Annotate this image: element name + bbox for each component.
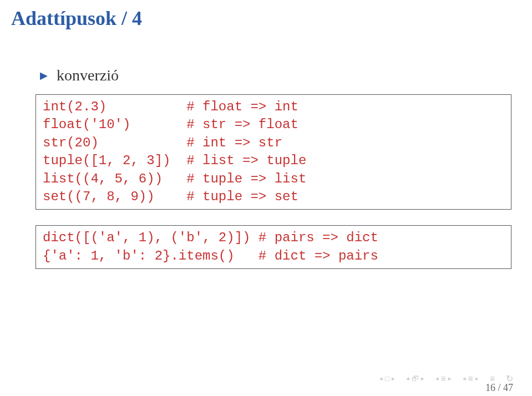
nav-prev-icon: ◂ <box>463 375 466 382</box>
slide: Adattípusok / 4 ▶ konverzió int(2.3) # f… <box>0 0 532 396</box>
nav-prev-icon: ◂ <box>379 375 383 382</box>
nav-prev-icon: ◂ <box>435 375 439 382</box>
bullet-text: konverzió <box>57 67 119 84</box>
nav-subsection[interactable]: ◂ ≡ ▸ <box>435 374 452 384</box>
nav-line-icon: ≡ <box>468 374 473 384</box>
code-block-1: int(2.3) # float => int float('10') # st… <box>36 94 511 210</box>
nav-prev-icon: ◂ <box>406 375 409 382</box>
nav-section[interactable]: ◂ ≡ ▸ <box>463 374 479 384</box>
page-title: Adattípusok / 4 <box>11 7 142 30</box>
page-number: 16 / 47 <box>485 382 513 394</box>
content-area: ▶ konverzió int(2.3) # float => int floa… <box>36 67 510 285</box>
nav-slide-icon: □ <box>385 374 389 383</box>
bullet-item: ▶ konverzió <box>40 67 510 84</box>
nav-next-icon: ▸ <box>392 375 395 382</box>
triangle-icon: ▶ <box>40 70 48 80</box>
nav-frame-icon: 🗗 <box>412 374 419 383</box>
nav-slide[interactable]: ◂ □ ▸ <box>379 374 395 383</box>
nav-next-icon: ▸ <box>448 375 452 382</box>
nav-frame[interactable]: ◂ 🗗 ▸ <box>406 374 424 383</box>
nav-next-icon: ▸ <box>421 375 424 382</box>
code-block-2: dict([('a', 1), ('b', 2)]) # pairs => di… <box>36 225 511 269</box>
nav-line-icon: ≡ <box>441 374 446 384</box>
nav-next-icon: ▸ <box>475 375 479 382</box>
